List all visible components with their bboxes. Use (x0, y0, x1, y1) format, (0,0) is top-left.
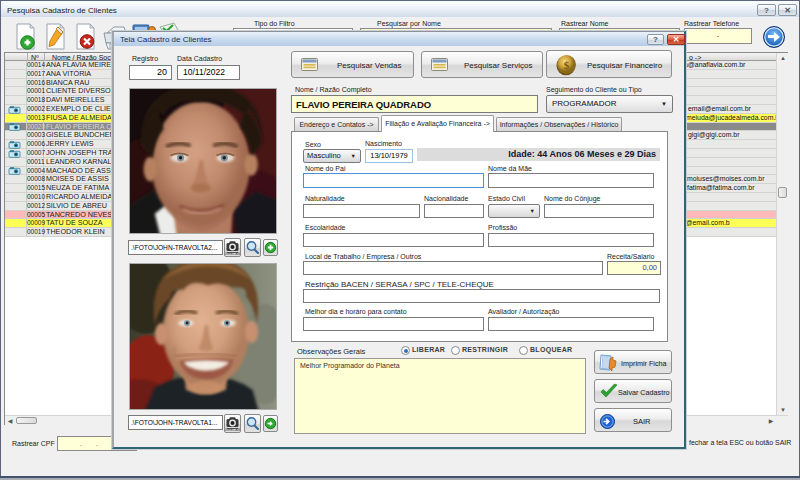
svg-text:WEBCAM: WEBCAM (225, 428, 240, 432)
svg-text:WEBCAM: WEBCAM (225, 252, 240, 256)
svg-text:$: $ (564, 59, 570, 71)
